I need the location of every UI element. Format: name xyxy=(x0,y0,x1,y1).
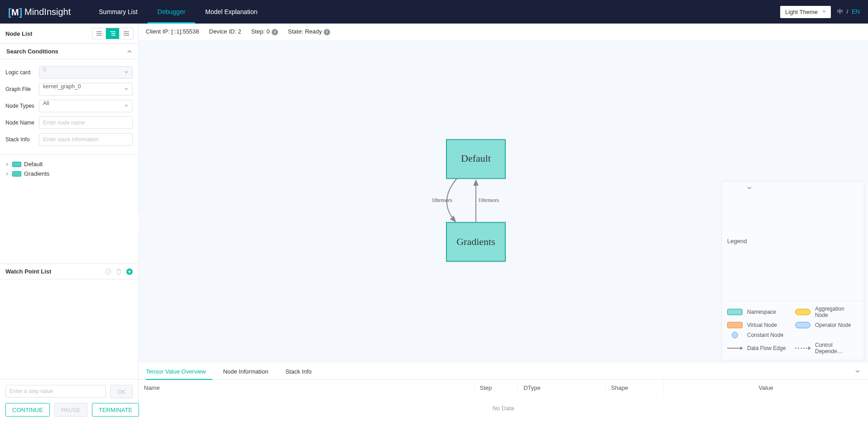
app-header: [ M ] s MindInsight Summary List Debugge… xyxy=(0,0,868,24)
node-list-header: Node List xyxy=(0,24,138,44)
chevron-up-icon xyxy=(127,49,132,54)
chevron-down-icon[interactable] xyxy=(747,185,858,297)
status-device-id: Device ID: 2 xyxy=(209,28,241,35)
legend-title: Legend xyxy=(727,238,747,245)
step-input[interactable] xyxy=(5,385,106,398)
legend-dataflow: Data Flow Edge xyxy=(727,342,791,355)
watch-point-header: Watch Point List xyxy=(0,264,138,279)
label-graph-file: Graph File xyxy=(5,86,39,92)
header-right: Light Theme 中 / EN xyxy=(780,6,860,18)
theme-select[interactable]: Light Theme xyxy=(780,6,831,18)
lang-sep: / xyxy=(847,8,849,15)
sidebar: Node List Search Conditions Logic card 0… xyxy=(0,24,139,422)
legend-panel: Legend Namespace Aggregation Node Virtua… xyxy=(721,181,864,360)
graph-node-default-label: Default xyxy=(461,153,491,164)
node-tree: Default Gradients xyxy=(0,155,138,264)
watch-point-title: Watch Point List xyxy=(5,268,51,275)
nav-tabs: Summary List Debugger Model Explanation xyxy=(89,0,267,24)
svg-text:M: M xyxy=(11,7,19,17)
col-value: Value xyxy=(664,380,868,396)
namespace-icon xyxy=(12,162,21,167)
node-types-select[interactable]: All xyxy=(39,100,133,112)
watch-point-body xyxy=(0,279,138,379)
legend-constant: Constant Node xyxy=(727,332,791,338)
content-area: Client IP: [::1]:55538 Device ID: 2 Step… xyxy=(139,24,868,422)
info-icon[interactable]: i xyxy=(324,29,330,35)
stack-info-input[interactable] xyxy=(39,133,133,146)
expand-arrow-icon xyxy=(6,163,9,166)
col-shape: Shape xyxy=(605,380,664,396)
expand-arrow-icon xyxy=(6,172,9,176)
language-switch: 中 / EN xyxy=(837,8,860,16)
brand-text: MindInsight xyxy=(24,7,71,17)
add-icon[interactable] xyxy=(126,269,133,275)
bottom-panel: Tensor Value Overview Node Information S… xyxy=(139,363,868,422)
search-conditions-header[interactable]: Search Conditions xyxy=(0,44,138,59)
view-mode-tree[interactable] xyxy=(106,28,120,39)
col-name: Name xyxy=(139,380,474,396)
tensor-table: Name Step DType Shape Value xyxy=(139,380,868,396)
tree-item-label: Gradients xyxy=(24,170,49,177)
svg-text:s: s xyxy=(21,7,22,11)
col-dtype: DType xyxy=(518,380,605,396)
status-client-ip: Client IP: [::1]:55538 xyxy=(146,28,199,35)
bottom-tabs: Tensor Value Overview Node Information S… xyxy=(139,363,868,380)
status-bar: Client IP: [::1]:55538 Device ID: 2 Step… xyxy=(139,24,868,40)
node-name-input[interactable] xyxy=(39,116,133,129)
search-conditions-title: Search Conditions xyxy=(6,48,58,55)
label-node-types: Node Types xyxy=(5,103,39,109)
lang-en[interactable]: EN xyxy=(852,8,860,15)
view-mode-list[interactable] xyxy=(92,28,106,39)
graph-edge-down-label: 18tensors xyxy=(432,197,452,203)
status-state: State: Readyi xyxy=(288,28,330,35)
table-nodata: No Data xyxy=(139,396,868,421)
graph-edge-up-label: 10tensors xyxy=(478,197,499,203)
search-form: Logic card 0 Graph File kernel_graph_0 N… xyxy=(0,59,138,155)
continue-button[interactable]: CONTINUE xyxy=(5,403,50,417)
tree-item-gradients[interactable]: Gradients xyxy=(4,169,134,178)
tab-stack-info[interactable]: Stack Info xyxy=(285,363,318,379)
sidebar-footer: OK CONTINUE PAUSE TERMINATE xyxy=(0,379,138,422)
tab-summary-list[interactable]: Summary List xyxy=(89,0,148,24)
terminate-button[interactable]: TERMINATE xyxy=(92,403,139,417)
tree-item-default[interactable]: Default xyxy=(4,159,134,169)
check-all-icon[interactable] xyxy=(105,269,111,275)
svg-point-4 xyxy=(106,269,111,274)
lang-cn[interactable]: 中 xyxy=(837,8,843,15)
view-mode-flat[interactable] xyxy=(120,28,133,39)
chevron-down-icon[interactable] xyxy=(854,368,861,374)
view-mode-group xyxy=(92,28,134,39)
brand-icon: [ M ] s xyxy=(8,5,22,18)
legend-namespace: Namespace xyxy=(727,306,791,318)
graph-file-select[interactable]: kernel_graph_0 xyxy=(39,83,133,96)
tab-model-explanation[interactable]: Model Explanation xyxy=(195,0,267,24)
info-icon[interactable]: i xyxy=(272,29,278,35)
label-node-name: Node Name xyxy=(5,120,39,126)
tab-node-information[interactable]: Node Information xyxy=(223,363,275,379)
col-step: Step xyxy=(474,380,518,396)
graph-viewport[interactable]: Default Gradients 18tensors 10tensors Le… xyxy=(139,40,868,364)
namespace-icon xyxy=(12,171,21,177)
tab-debugger[interactable]: Debugger xyxy=(148,0,196,24)
logic-card-select[interactable]: 0 xyxy=(39,66,133,79)
node-list-title: Node List xyxy=(5,30,32,37)
tree-item-label: Default xyxy=(24,161,43,168)
label-logic-card: Logic card xyxy=(5,69,39,76)
tab-tensor-overview[interactable]: Tensor Value Overview xyxy=(146,363,212,379)
label-stack-info: Stack Info xyxy=(5,136,39,143)
graph-node-gradients-label: Gradients xyxy=(456,236,495,247)
status-step: Step: 0i xyxy=(251,28,278,35)
brand-logo[interactable]: [ M ] s MindInsight xyxy=(8,5,71,18)
legend-control: Control Depende… xyxy=(795,342,858,355)
pause-button[interactable]: PAUSE xyxy=(54,403,87,417)
legend-aggregation: Aggregation Node xyxy=(795,306,858,318)
legend-operator: Operator Node xyxy=(795,322,858,328)
trash-icon[interactable] xyxy=(116,269,122,275)
legend-virtual: Virtual Node xyxy=(727,322,791,328)
ok-button[interactable]: OK xyxy=(110,385,133,398)
